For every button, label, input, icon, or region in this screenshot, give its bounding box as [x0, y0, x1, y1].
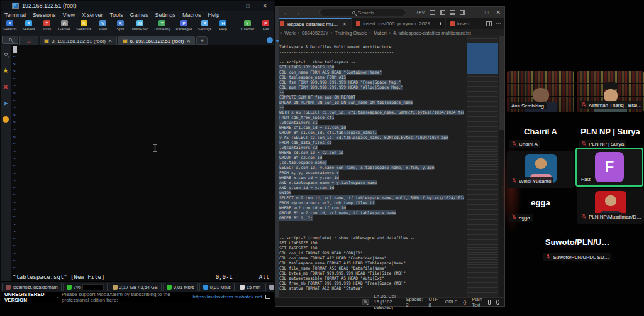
toggle-panel-icon[interactable]	[450, 10, 455, 15]
home-tab[interactable]: ⌂	[19, 36, 38, 45]
participant-tile[interactable]: Chairil AChairil A	[507, 121, 574, 151]
toolbar-button-games[interactable]: GGames	[58, 20, 70, 31]
menu-item-help[interactable]: Help	[208, 12, 220, 18]
toolbar-button-packages[interactable]: PPackages	[176, 20, 192, 31]
status-language[interactable]: Plain Text	[472, 297, 482, 308]
plane-icon[interactable]: ➤	[2, 99, 9, 107]
search-icon[interactable]	[2, 50, 9, 58]
minimize-button[interactable]: ─	[474, 9, 477, 16]
banner-bold-text: UNREGISTERED VERSION	[4, 291, 53, 303]
maximize-button[interactable]: □	[241, 2, 255, 9]
back-arrow-icon[interactable]: ←	[283, 9, 289, 16]
tab-close-icon[interactable]: ✕	[343, 21, 347, 27]
breadcrumb-item[interactable]: 00240522JY	[302, 30, 328, 36]
minimap[interactable]	[467, 36, 498, 297]
vscode-titlebar: ← → Search ⟳˅ ─ □ ✕	[275, 7, 504, 18]
link-icon[interactable]	[267, 37, 273, 43]
zoom-indicator[interactable]	[362, 299, 369, 305]
editor-content[interactable]: Tablespace & Datafiles Multitenant Archi…	[279, 36, 464, 297]
editor-line-text: SELECT vc2.con_id, vc2.name, tf.tablespa…	[279, 195, 464, 200]
menu-item-settings[interactable]: Settings	[155, 12, 175, 18]
menu-item-x-server[interactable]: X server	[82, 12, 103, 18]
toolbar-button-exit[interactable]: EExit	[260, 20, 272, 31]
status-eol[interactable]: CRLF	[445, 299, 458, 305]
toolbar-button-split[interactable]: SSplit	[114, 20, 126, 31]
tab-search-box[interactable]	[2, 36, 18, 44]
participant-tile[interactable]: Aliffirhan Thariq - Brai…	[577, 71, 644, 112]
toggle-sidebar-icon[interactable]	[440, 10, 445, 15]
toolbar-button-sessions[interactable]: SSessions	[76, 20, 91, 31]
toolbar-button-tunneling[interactable]: TTunneling	[154, 20, 170, 31]
menu-item-games[interactable]: Games	[130, 12, 148, 18]
command-center-search[interactable]: Search	[319, 9, 406, 16]
status-cursor-position[interactable]: Ln 36, Col 15 (1102 selected)	[374, 293, 401, 310]
editor-line-text: WHERE x.con_id = y.con_id	[279, 175, 339, 180]
letter-avatar: F	[595, 152, 624, 182]
toolbar-button-multiexec[interactable]: MMultiExec	[132, 20, 148, 31]
participant-tile[interactable]: PLN NP/Musdiman/D…	[577, 188, 644, 224]
vim-scroll-indicator: All	[259, 274, 269, 280]
toolbar-button-view[interactable]: VView	[97, 20, 109, 31]
menu-item-macros[interactable]: Macros	[182, 12, 201, 18]
more-actions-icon[interactable]: ⋯	[496, 21, 501, 26]
close-button[interactable]: ✕	[258, 2, 272, 9]
editor-line: BREAK ON REPORT ON con_id ON con_name ON…	[279, 100, 464, 105]
editor-tab[interactable]: insertScripts	[446, 18, 482, 29]
chevron-right-icon: ›	[298, 31, 299, 35]
split-editor-icon[interactable]	[486, 21, 492, 26]
tab-close-icon[interactable]: ✕	[186, 38, 191, 44]
menu-item-view[interactable]: View	[63, 12, 75, 18]
menu-item-tools[interactable]: Tools	[109, 12, 123, 18]
toolbar-button-session[interactable]: SSession	[3, 20, 16, 31]
editor-tab[interactable]: lespace-datafiles multitenant.txt✕	[275, 18, 352, 29]
tools-icon[interactable]: ✕	[2, 83, 9, 90]
file-icon	[356, 21, 360, 26]
banner-link[interactable]: https://mobaxterm.mobatek.net	[193, 294, 262, 300]
breadcrumb-item[interactable]: Training Oracle	[335, 30, 367, 36]
scrollbar-thumb[interactable]	[499, 36, 504, 130]
forward-arrow-icon[interactable]: →	[294, 9, 301, 16]
minimize-button[interactable]: ─	[224, 2, 238, 9]
participant-tile[interactable]: Suwoto/PLN/U…Suwoto/PLN/UPDL SU…	[530, 232, 625, 264]
participant-tile[interactable]: Ans Sembiring	[507, 71, 574, 112]
notifications-icon[interactable]	[488, 300, 491, 305]
muted-mic-icon	[581, 214, 587, 221]
sync-icon[interactable]: ⟳˅	[417, 9, 425, 16]
toggle-secondary-sidebar-icon[interactable]	[460, 10, 465, 15]
participant-tile[interactable]: PLN NP | SuryaPLN NP | Surya	[577, 121, 644, 151]
participant-name-label: PLN NP/Musdiman/D…	[579, 213, 643, 221]
status-indentation[interactable]: Spaces: 2	[406, 297, 423, 308]
editor-tab[interactable]: insert_msf000_pcyymm_2029_2038_UCRT_UBRS…	[352, 18, 446, 29]
toolbar-button-x server[interactable]: XX server	[240, 20, 254, 31]
breadcrumb-item[interactable]: 4. tablespace-datafiles multitenant.txt	[393, 30, 471, 36]
terminal-area[interactable]: ~ ~ ~ ~ ~ ~ ~ ~ ~ ~ ~ ~ ~ ~ ~ ~ ~ ~ ~ ~ …	[11, 45, 274, 281]
participant-tile[interactable]: eggaegga	[507, 192, 574, 224]
participant-tile[interactable]: Windi Yudanto	[507, 151, 574, 188]
close-button[interactable]: ✕	[496, 9, 501, 16]
toolbar-button-help[interactable]: HHelp	[217, 20, 229, 31]
editor-grid-icon[interactable]	[430, 10, 435, 15]
status-encoding[interactable]: UTF-8	[429, 297, 440, 308]
editor-line: SET PAGESIZE 100	[279, 246, 464, 251]
maximize-button[interactable]: □	[485, 9, 488, 16]
chevron-right-icon: ›	[389, 31, 391, 35]
participant-tile[interactable]: FFaiz	[575, 148, 643, 187]
breadcrumb-item[interactable]: Work	[284, 30, 295, 36]
menu-item-terminal[interactable]: Terminal	[4, 12, 26, 18]
tab-close-icon[interactable]: ✕	[108, 38, 113, 44]
participant-name-label: Aliffirhan Thariq - Brai…	[579, 101, 643, 109]
toolbar-button-servers[interactable]: SServers	[22, 20, 35, 31]
new-tab-button[interactable]: +	[196, 36, 208, 45]
toolbar-button-tools[interactable]: TTools	[41, 20, 53, 31]
menu-item-sessions[interactable]: Sessions	[33, 12, 56, 18]
toolbar-button-settings[interactable]: SSettings	[198, 20, 212, 31]
session-icon: S	[6, 20, 13, 26]
star-icon[interactable]: ★	[2, 67, 9, 74]
terminal-tab[interactable]: 3. 192.168.122.51 (root)✕	[40, 36, 117, 45]
editor-line: FROM cdb_free_space cf1	[279, 115, 464, 120]
ball-icon[interactable]	[2, 116, 9, 123]
terminal-tab[interactable]: 6. 192.168.122.51 (root)✕	[118, 36, 196, 45]
breadcrumb-item[interactable]: Materi	[374, 30, 387, 36]
feedback-icon[interactable]	[496, 300, 499, 305]
muted-mic-icon	[511, 141, 517, 148]
